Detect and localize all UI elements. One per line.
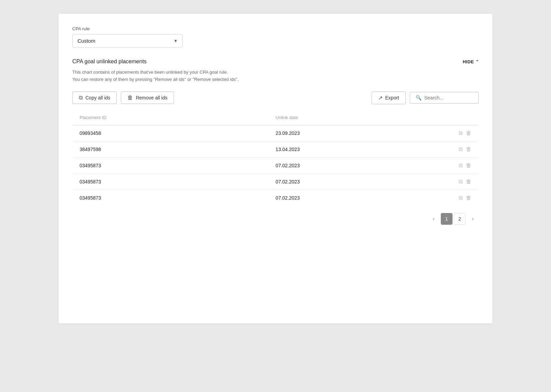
toolbar-left: ⧉ Copy all ids 🗑 Remove all ids	[72, 92, 174, 104]
col-header-actions	[451, 110, 479, 125]
row-actions: ⧉ 🗑	[458, 179, 472, 185]
remove-all-ids-button[interactable]: 🗑 Remove all ids	[121, 92, 174, 104]
row-actions: ⧉ 🗑	[458, 195, 472, 201]
next-page-button[interactable]: ›	[467, 213, 479, 225]
section-title: CPA goal unlinked placements	[72, 59, 147, 65]
page-1-button[interactable]: 1	[441, 213, 453, 225]
search-input[interactable]	[424, 95, 473, 100]
cell-placement-id: 09893458	[73, 125, 269, 141]
cell-unlink-date: 13.04.2023	[269, 141, 451, 157]
hide-button[interactable]: HIDE ⌃	[462, 59, 479, 64]
cell-unlink-date: 07.02.2023	[269, 157, 451, 173]
trash-icon: 🗑	[127, 95, 133, 101]
section-description: This chart contains of placements that'v…	[72, 69, 479, 83]
delete-row-icon[interactable]: 🗑	[466, 146, 471, 152]
search-icon: 🔍	[416, 95, 422, 100]
row-actions: ⧉ 🗑	[458, 162, 472, 169]
description-line2: You can restore any of them by pressing …	[72, 76, 479, 83]
cell-actions: ⧉ 🗑	[451, 141, 479, 157]
cell-unlink-date: 07.02.2023	[269, 173, 451, 190]
remove-all-ids-label: Remove all ids	[136, 95, 167, 100]
export-label: Export	[385, 95, 399, 100]
cell-placement-id: 03495873	[73, 157, 269, 173]
copy-row-icon[interactable]: ⧉	[459, 179, 462, 185]
table-row: 3849759813.04.2023 ⧉ 🗑	[73, 141, 479, 157]
delete-row-icon[interactable]: 🗑	[466, 195, 471, 201]
cell-unlink-date: 07.02.2023	[269, 190, 451, 206]
col-header-placement-id: Placement ID	[73, 110, 269, 125]
search-box: 🔍	[410, 92, 479, 104]
toolbar: ⧉ Copy all ids 🗑 Remove all ids ↗ Export…	[72, 92, 479, 104]
copy-all-ids-button[interactable]: ⧉ Copy all ids	[72, 92, 117, 104]
cell-unlink-date: 23.09.2023	[269, 125, 451, 141]
chevron-up-icon: ⌃	[476, 60, 479, 64]
cell-placement-id: 03495873	[73, 190, 269, 206]
table-header-row: Placement ID Unlink date	[73, 110, 479, 125]
cpa-rule-select-wrapper: Custom Standard Advanced ▼	[72, 34, 183, 47]
page-2-button[interactable]: 2	[454, 213, 466, 225]
placements-table: Placement ID Unlink date 0989345823.09.2…	[72, 110, 479, 206]
table-row: 0349587307.02.2023 ⧉ 🗑	[73, 173, 479, 190]
copy-icon: ⧉	[79, 95, 83, 101]
table-row: 0989345823.09.2023 ⧉ 🗑	[73, 125, 479, 141]
copy-row-icon[interactable]: ⧉	[459, 146, 462, 152]
cell-actions: ⧉ 🗑	[451, 157, 479, 173]
section-header: CPA goal unlinked placements HIDE ⌃	[72, 59, 479, 65]
pagination: ‹ 1 2 ›	[72, 213, 479, 225]
table-row: 0349587307.02.2023 ⧉ 🗑	[73, 157, 479, 173]
export-button[interactable]: ↗ Export	[372, 92, 406, 104]
cell-actions: ⧉ 🗑	[451, 190, 479, 206]
description-line1: This chart contains of placements that'v…	[72, 69, 479, 76]
table-row: 0349587307.02.2023 ⧉ 🗑	[73, 190, 479, 206]
cell-placement-id: 03495873	[73, 173, 269, 190]
main-card: CPA rule Custom Standard Advanced ▼ CPA …	[59, 14, 492, 324]
copy-row-icon[interactable]: ⧉	[459, 162, 462, 169]
copy-row-icon[interactable]: ⧉	[459, 195, 462, 201]
delete-row-icon[interactable]: 🗑	[466, 162, 471, 169]
toolbar-right: ↗ Export 🔍	[372, 92, 479, 104]
row-actions: ⧉ 🗑	[458, 146, 472, 152]
export-icon: ↗	[378, 95, 383, 101]
cpa-rule-select[interactable]: Custom Standard Advanced	[72, 34, 183, 47]
cpa-rule-label: CPA rule	[72, 26, 479, 31]
hide-label: HIDE	[462, 59, 474, 64]
copy-row-icon[interactable]: ⧉	[459, 130, 462, 136]
cell-placement-id: 38497598	[73, 141, 269, 157]
cell-actions: ⧉ 🗑	[451, 173, 479, 190]
delete-row-icon[interactable]: 🗑	[466, 130, 471, 136]
delete-row-icon[interactable]: 🗑	[466, 179, 471, 185]
prev-page-button[interactable]: ‹	[428, 213, 439, 225]
copy-all-ids-label: Copy all ids	[85, 95, 110, 100]
cell-actions: ⧉ 🗑	[451, 125, 479, 141]
col-header-unlink-date: Unlink date	[269, 110, 451, 125]
row-actions: ⧉ 🗑	[458, 130, 472, 136]
